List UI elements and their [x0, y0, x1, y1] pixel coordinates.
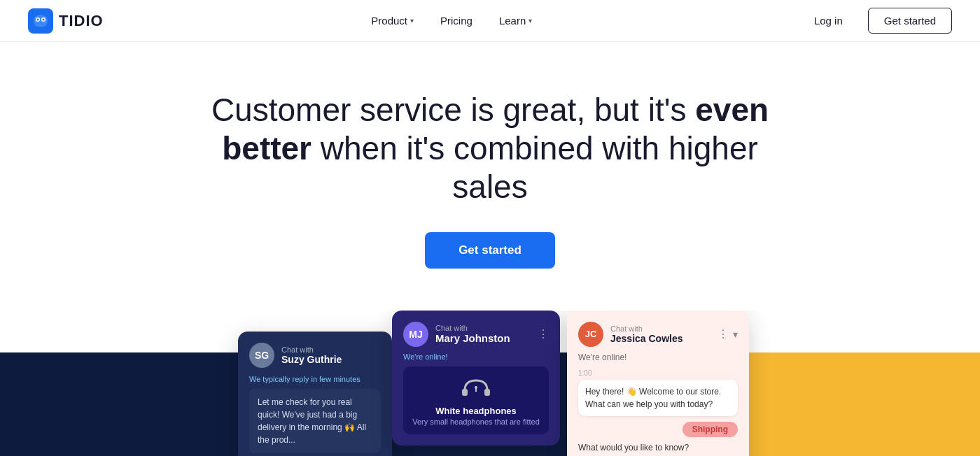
- jessica-bubble1: Hey there! 👋 Welcome to our store. What …: [578, 380, 738, 416]
- svg-point-3: [37, 18, 39, 20]
- mary-avatar: MJ: [403, 322, 428, 347]
- mary-product-preview: White headphones Very small headphones t…: [403, 366, 549, 434]
- nav-product[interactable]: Product ▾: [361, 9, 424, 32]
- suzy-avatar: SG: [249, 343, 274, 368]
- chat-card-mary: MJ Chat with Mary Johnston ⋮ We're onlin…: [392, 311, 560, 446]
- hero-section: Customer service is great, but it's even…: [0, 42, 980, 269]
- mary-dots-icon[interactable]: ⋮: [538, 327, 549, 341]
- jessica-dots-icon[interactable]: ⋮: [718, 327, 729, 341]
- logo[interactable]: TIDIO: [28, 8, 104, 34]
- chat-card-suzy: SG Chat with Suzy Guthrie We typically r…: [238, 332, 392, 456]
- mary-online: We're online!: [403, 352, 549, 361]
- mary-header: MJ Chat with Mary Johnston ⋮: [403, 322, 549, 347]
- suzy-header: SG Chat with Suzy Guthrie: [249, 343, 381, 368]
- jessica-shipping-tag[interactable]: Shipping: [682, 422, 738, 437]
- jessica-timestamp: 1:00: [578, 369, 738, 377]
- jessica-avatar: JC: [578, 322, 603, 347]
- mary-name: Mary Johnston: [435, 332, 510, 344]
- jessica-question: What would you like to know?: [578, 443, 738, 453]
- learn-chevron-icon: ▾: [528, 17, 532, 24]
- tidio-logo-icon: [28, 8, 53, 34]
- mary-chat-with: Chat with: [435, 324, 510, 332]
- svg-rect-5: [462, 389, 468, 396]
- suzy-online: We typically reply in few minutes: [249, 375, 381, 383]
- hero-title: Customer service is great, but it's even…: [203, 91, 777, 207]
- suzy-name: Suzy Guthrie: [281, 354, 342, 365]
- svg-point-7: [475, 386, 477, 389]
- nav-links: Product ▾ Pricing Learn ▾: [361, 9, 542, 32]
- suzy-bubble: Let me check for you real quick! We've j…: [249, 389, 381, 453]
- headphones-icon: [459, 375, 493, 400]
- svg-rect-6: [484, 389, 490, 396]
- jessica-name: Jessica Cowles: [610, 333, 683, 344]
- jessica-online: We're online!: [578, 352, 738, 362]
- nav-learn[interactable]: Learn ▾: [489, 9, 542, 32]
- nav-actions: Log in Get started: [800, 8, 952, 34]
- hero-cta-button[interactable]: Get started: [425, 232, 555, 269]
- svg-rect-8: [475, 389, 477, 392]
- nav-pricing[interactable]: Pricing: [430, 9, 482, 32]
- mary-product-desc: Very small headphones that are fitted: [410, 418, 542, 426]
- navbar: TIDIO Product ▾ Pricing Learn ▾ Log in G…: [0, 0, 980, 42]
- jessica-header: JC Chat with Jessica Cowles ⋮ ▾: [578, 322, 738, 347]
- suzy-chat-with: Chat with: [281, 345, 342, 354]
- chat-card-jessica: JC Chat with Jessica Cowles ⋮ ▾ We're on…: [567, 311, 749, 456]
- demo-bg-yellow: [742, 352, 980, 456]
- get-started-nav-button[interactable]: Get started: [868, 8, 952, 34]
- svg-point-4: [43, 18, 45, 20]
- login-button[interactable]: Log in: [800, 9, 857, 32]
- mary-product-name: White headphones: [410, 406, 542, 416]
- jessica-chat-with: Chat with: [610, 325, 683, 333]
- brand-name: TIDIO: [59, 12, 104, 30]
- jessica-chevron-icon[interactable]: ▾: [733, 329, 738, 340]
- product-chevron-icon: ▾: [410, 17, 414, 24]
- demo-section: SG Chat with Suzy Guthrie We typically r…: [0, 311, 980, 456]
